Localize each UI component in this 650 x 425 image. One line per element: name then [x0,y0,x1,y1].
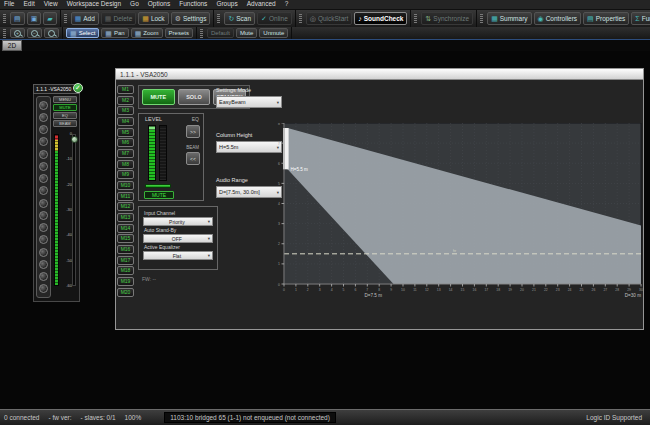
mute-button[interactable]: Mute [236,28,257,38]
strip-beam-button[interactable]: BEAM [53,120,77,127]
menu-item-file[interactable]: File [4,1,14,8]
toolbar-grip[interactable] [64,14,67,23]
module-button-m12[interactable]: M12 [117,202,134,211]
quickstart-button[interactable]: ◎QuickStart [306,12,352,25]
module-button-m8[interactable]: M8 [117,160,134,169]
summary-button[interactable]: ▦Summary [487,12,531,25]
module-button-m5[interactable]: M5 [117,128,134,137]
gain-fader-knob[interactable] [71,136,78,143]
functions-button[interactable]: ΣFunctions [631,12,650,25]
level-panel-title: LEVEL [145,116,162,122]
module-button-m18[interactable]: M18 [117,266,134,275]
module-button-m3[interactable]: M3 [117,106,134,115]
open-button[interactable]: ▰ [43,12,56,25]
svg-text:23: 23 [556,288,560,292]
channel-label-active-equalizer: Active Equalizer [144,244,213,250]
device-window-titlebar[interactable]: 1.1.1 - VSA2050 [116,69,643,80]
scan-button[interactable]: ↻Scan [224,12,255,25]
zoom-in-icon: + [14,30,21,37]
add-button[interactable]: ▦Add [71,12,99,25]
new-file-button[interactable]: ▤ [10,12,25,25]
toolbar-grip[interactable] [480,14,483,23]
online-button[interactable]: ✓Online [257,12,292,25]
toolbar-grip[interactable] [217,14,220,23]
speaker-driver [39,174,48,183]
module-button-m1[interactable]: M1 [117,85,134,94]
module-button-m14[interactable]: M14 [117,224,134,233]
toolbar-group-zoom: +− [0,27,63,39]
module-button-m19[interactable]: M19 [117,277,134,286]
svg-text:5: 5 [343,288,345,292]
zoom-area-button[interactable] [44,28,59,38]
module-button-m15[interactable]: M15 [117,234,134,243]
svg-text:8: 8 [278,123,280,126]
toolbar-grip[interactable] [200,29,203,38]
module-button-m16[interactable]: M16 [117,245,134,254]
channel-select-active-equalizer[interactable]: Flat▾ [143,251,213,260]
beam-open-button[interactable]: << [186,152,200,165]
channel-select-auto-stand-by[interactable]: OFF▾ [143,234,213,243]
toolbar-grip[interactable] [3,29,6,38]
svg-text:1: 1 [295,288,297,292]
gain-fader-track[interactable] [72,134,76,286]
strip-menu-button[interactable]: MENU [53,96,77,103]
module-button-m6[interactable]: M6 [117,138,134,147]
default-button[interactable]: Default [207,28,234,38]
module-button-m20[interactable]: M20 [117,288,134,297]
eq-open-button[interactable]: >> [186,125,200,138]
menu-item-[interactable]: ? [285,1,289,8]
menu-item-view[interactable]: View [44,1,58,8]
beam-select-settings-mode[interactable]: EasyBeam▾ [216,96,282,108]
svg-text:0: 0 [283,288,285,292]
toolbar-grip[interactable] [299,14,302,23]
menu-item-advanced[interactable]: Advanced [247,1,276,8]
menu-item-groups[interactable]: Groups [216,1,237,8]
solo-button[interactable]: SOLO [178,89,211,105]
device-strip-header[interactable]: 1.1.1 -VSA2050 ✓ [33,84,80,94]
mute-button[interactable]: MUTE [142,89,175,105]
tab-2d[interactable]: 2D [2,40,22,51]
online-icon: ✓ [261,15,267,22]
pan-button[interactable]: ▦Pan [101,28,128,38]
zoom-in-button[interactable]: + [10,28,25,38]
menu-item-go[interactable]: Go [130,1,139,8]
speaker-driver [39,260,48,269]
module-button-m10[interactable]: M10 [117,181,134,190]
delete-button[interactable]: ▦Delete [101,12,136,25]
module-button-m4[interactable]: M4 [117,117,134,126]
module-button-m11[interactable]: M11 [117,192,134,201]
module-button-m2[interactable]: M2 [117,96,134,105]
zoom-button[interactable]: ▦Zoom [131,28,163,38]
zoom-out-button[interactable]: − [27,28,42,38]
settings-button[interactable]: ⚙Settings [171,12,211,25]
svg-text:0: 0 [278,283,280,287]
unmute-button[interactable]: Unmute [259,28,288,38]
select-button[interactable]: ▦Select [66,28,99,38]
menu-item-functions[interactable]: Functions [179,1,207,8]
toolbar-grip[interactable] [3,14,6,23]
save-button[interactable]: ▣ [27,12,42,25]
presets-button[interactable]: Presets [165,28,193,38]
module-button-m17[interactable]: M17 [117,256,134,265]
controllers-button[interactable]: ◉Controllers [534,12,582,25]
module-button-m9[interactable]: M9 [117,170,134,179]
menu-item-options[interactable]: Options [148,1,170,8]
strip-eq-button[interactable]: EQ [53,112,77,119]
module-button-m7[interactable]: M7 [117,149,134,158]
wrench-icon: ⚙ [175,15,181,22]
speaker-column-graphic [36,96,51,298]
module-button-m13[interactable]: M13 [117,213,134,222]
channel-select-input-channel[interactable]: Priority▾ [143,217,213,226]
coverage-chart: H=5.5 mhr0123456789101112131415161718192… [272,123,644,301]
level-mute-button[interactable]: MUTE [144,191,174,199]
level-panel: LEVEL EQ >> BEAM << MUTE [138,113,204,201]
strip-mute-button[interactable]: MUTE [53,104,77,111]
properties-button[interactable]: ▤Properties [583,12,629,25]
svg-text:22: 22 [544,288,548,292]
toolbar-grip[interactable] [414,14,417,23]
soundcheck-button[interactable]: ♪SoundCheck [354,12,407,25]
menu-item-edit[interactable]: Edit [23,1,34,8]
synchronize-button[interactable]: ⇅Synchronize [421,12,473,25]
lock-button[interactable]: ▦Lock [138,12,168,25]
menu-item-workspace-design[interactable]: Workspace Design [67,1,121,8]
